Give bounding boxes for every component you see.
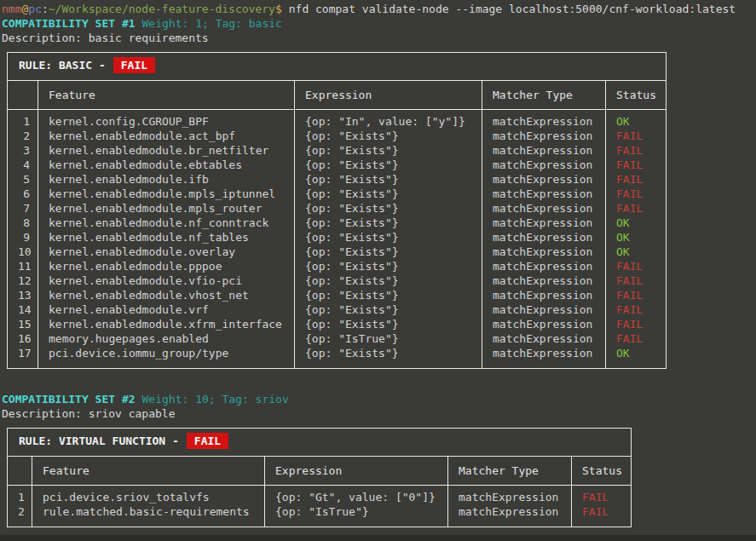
matcher-cell: matchExpression bbox=[482, 216, 606, 230]
expression-cell: {op: "Exists"} bbox=[295, 317, 482, 331]
status-cell: OK bbox=[606, 110, 667, 129]
status-cell: OK bbox=[606, 346, 667, 369]
rule-label: RULE: BASIC - bbox=[19, 59, 106, 72]
table-row: 13kernel.enabledmodule.vhost_net{op: "Ex… bbox=[8, 288, 667, 302]
prompt-user: nmm bbox=[2, 3, 21, 15]
matcher-cell: matchExpression bbox=[448, 486, 572, 505]
prompt-dollar: $ bbox=[275, 3, 282, 15]
expression-cell: {op: "Exists"} bbox=[295, 143, 482, 158]
col-header-index bbox=[8, 457, 32, 486]
row-number-cell: 13 bbox=[8, 288, 38, 302]
set2-title: COMPATIBILITY SET #2 bbox=[2, 393, 136, 406]
column-header-row: Feature Expression Matcher Type Status bbox=[8, 81, 667, 110]
set2-title-line: COMPATIBILITY SET #2Weight: 10; Tag: sri… bbox=[2, 392, 756, 406]
table-row: 1pci.device.sriov_totalvfs{op: "Gt", val… bbox=[8, 486, 632, 505]
terminal[interactable]: nmm@pc:~/Workspace/node-feature-discover… bbox=[0, 0, 756, 541]
set2-meta: Weight: 10; Tag: sriov bbox=[142, 393, 289, 406]
matcher-cell: matchExpression bbox=[482, 288, 606, 302]
col-header-feature: Feature bbox=[38, 81, 295, 110]
matcher-cell: matchExpression bbox=[482, 187, 606, 201]
col-header-expression: Expression bbox=[265, 457, 448, 486]
table-row: 5kernel.enabledmodule.ifb{op: "Exists"}m… bbox=[8, 172, 667, 187]
expression-cell: {op: "Exists"} bbox=[295, 288, 482, 302]
row-number-cell: 17 bbox=[8, 346, 38, 369]
feature-cell: kernel.enabledmodule.br_netfilter bbox=[38, 143, 295, 158]
row-number-cell: 2 bbox=[8, 504, 32, 527]
feature-cell: rule.matched.basic-requirements bbox=[32, 504, 265, 527]
set1-title-line: COMPATIBILITY SET #1Weight: 1; Tag: basi… bbox=[2, 16, 756, 31]
table-row: 3kernel.enabledmodule.br_netfilter{op: "… bbox=[8, 143, 667, 158]
row-number-cell: 3 bbox=[8, 143, 38, 158]
rule-header-row: RULE: BASIC -FAIL bbox=[8, 53, 667, 81]
col-header-expression: Expression bbox=[295, 81, 482, 110]
rule-status-badge: FAIL bbox=[187, 433, 228, 449]
table-row: 10kernel.enabledmodule.overlay{op: "Exis… bbox=[8, 245, 667, 259]
prompt-line: nmm@pc:~/Workspace/node-feature-discover… bbox=[2, 2, 756, 16]
expression-cell: {op: "Exists"} bbox=[295, 230, 482, 245]
feature-cell: kernel.config.CGROUP_BPF bbox=[38, 110, 295, 129]
row-number-cell: 15 bbox=[8, 317, 38, 331]
feature-cell: kernel.enabledmodule.vhost_net bbox=[38, 288, 295, 302]
feature-cell: kernel.enabledmodule.vrf bbox=[38, 302, 295, 317]
matcher-cell: matchExpression bbox=[482, 346, 606, 369]
command-text: nfd compat validate-node --image localho… bbox=[289, 3, 736, 15]
table-row: 2kernel.enabledmodule.act_bpf{op: "Exist… bbox=[8, 129, 667, 143]
status-cell: FAIL bbox=[606, 172, 667, 187]
matcher-cell: matchExpression bbox=[482, 273, 606, 288]
matcher-cell: matchExpression bbox=[482, 259, 606, 273]
column-header-row: Feature Expression Matcher Type Status bbox=[8, 457, 632, 486]
table-row: 6kernel.enabledmodule.mpls_iptunnel{op: … bbox=[8, 187, 667, 201]
prompt-path: ~/Workspace/node-feature-discovery bbox=[49, 3, 275, 15]
row-number-cell: 4 bbox=[8, 158, 38, 172]
expression-cell: {op: "IsTrue"} bbox=[265, 504, 448, 527]
row-number-cell: 5 bbox=[8, 172, 38, 187]
feature-cell: kernel.enabledmodule.vfio-pci bbox=[38, 273, 295, 288]
table-row: 1kernel.config.CGROUP_BPF{op: "In", valu… bbox=[8, 110, 667, 129]
status-cell: FAIL bbox=[606, 259, 667, 273]
expression-cell: {op: "IsTrue"} bbox=[295, 331, 482, 346]
expression-cell: {op: "Exists"} bbox=[295, 346, 482, 369]
rule-table-virtual-function: RULE: VIRTUAL FUNCTION -FAIL Feature Exp… bbox=[7, 428, 632, 527]
set1-title: COMPATIBILITY SET #1 bbox=[2, 17, 136, 30]
row-number-cell: 1 bbox=[8, 110, 38, 129]
matcher-cell: matchExpression bbox=[448, 504, 572, 527]
feature-cell: kernel.enabledmodule.nf_conntrack bbox=[38, 216, 295, 230]
matcher-cell: matchExpression bbox=[482, 129, 606, 143]
table-row: 9kernel.enabledmodule.nf_tables{op: "Exi… bbox=[8, 230, 667, 245]
expression-cell: {op: "Exists"} bbox=[295, 129, 482, 143]
col-header-matcher: Matcher Type bbox=[482, 81, 606, 110]
matcher-cell: matchExpression bbox=[482, 331, 606, 346]
set2-description: Description: sriov capable bbox=[2, 406, 756, 421]
matcher-cell: matchExpression bbox=[482, 245, 606, 259]
status-cell: FAIL bbox=[606, 317, 667, 331]
expression-cell: {op: "Gt", value: ["0"]} bbox=[265, 486, 448, 505]
feature-cell: kernel.enabledmodule.nf_tables bbox=[38, 230, 295, 245]
feature-cell: kernel.enabledmodule.act_bpf bbox=[38, 129, 295, 143]
matcher-cell: matchExpression bbox=[482, 143, 606, 158]
status-cell: FAIL bbox=[606, 331, 667, 346]
row-number-cell: 1 bbox=[8, 486, 32, 505]
status-cell: FAIL bbox=[606, 201, 667, 216]
feature-cell: kernel.enabledmodule.ebtables bbox=[38, 158, 295, 172]
expression-cell: {op: "Exists"} bbox=[295, 245, 482, 259]
rule-table-basic: RULE: BASIC -FAIL Feature Expression Mat… bbox=[7, 52, 667, 369]
rule-header-row: RULE: VIRTUAL FUNCTION -FAIL bbox=[8, 429, 632, 457]
rule-label: RULE: VIRTUAL FUNCTION - bbox=[19, 435, 179, 447]
expression-cell: {op: "Exists"} bbox=[295, 273, 482, 288]
col-header-index bbox=[8, 81, 38, 110]
matcher-cell: matchExpression bbox=[482, 317, 606, 331]
row-number-cell: 6 bbox=[8, 187, 38, 201]
expression-cell: {op: "Exists"} bbox=[295, 172, 482, 187]
expression-cell: {op: "Exists"} bbox=[295, 216, 482, 230]
col-header-status: Status bbox=[606, 81, 667, 110]
expression-cell: {op: "Exists"} bbox=[295, 187, 482, 201]
feature-cell: kernel.enabledmodule.mpls_router bbox=[38, 201, 295, 216]
feature-cell: pci.device.iommu_group/type bbox=[38, 346, 295, 369]
expression-cell: {op: "Exists"} bbox=[295, 201, 482, 216]
feature-cell: kernel.enabledmodule.overlay bbox=[38, 245, 295, 259]
status-cell: FAIL bbox=[606, 129, 667, 143]
status-cell: FAIL bbox=[606, 143, 667, 158]
table-row: 2rule.matched.basic-requirements{op: "Is… bbox=[8, 504, 632, 527]
table-row: 17pci.device.iommu_group/type{op: "Exist… bbox=[8, 346, 667, 369]
expression-cell: {op: "Exists"} bbox=[295, 158, 482, 172]
